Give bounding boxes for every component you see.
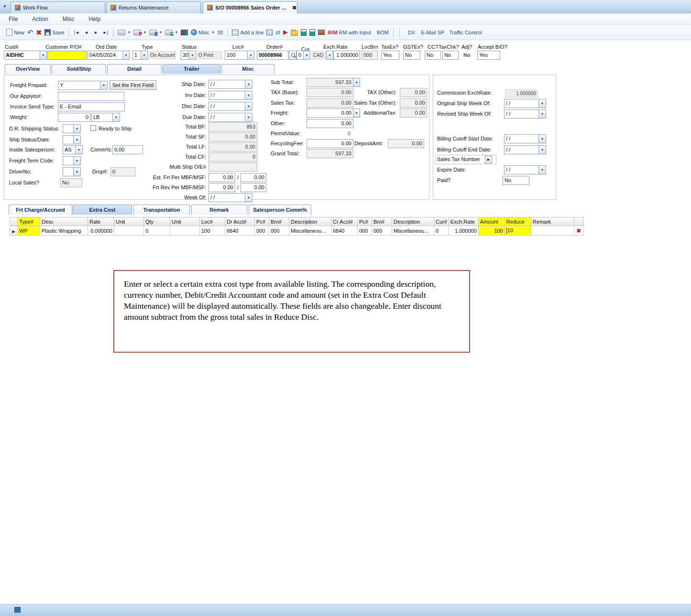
ready-to-ship-checkbox[interactable] xyxy=(90,125,96,131)
chevron-down-icon[interactable] xyxy=(74,167,81,176)
cell-unit2[interactable] xyxy=(170,226,200,236)
tab-salesperson-comm[interactable]: Salesperson Comm% xyxy=(249,205,311,215)
weight-field[interactable]: 0 xyxy=(58,113,90,122)
cell-description2[interactable]: Miscellaneou... xyxy=(392,226,434,236)
chevron-down-icon[interactable] xyxy=(245,113,252,122)
col-cur[interactable]: Cur# xyxy=(434,217,449,226)
ord-date-field[interactable]: 04/05/2024 xyxy=(88,51,123,60)
transfer-button[interactable] xyxy=(274,28,282,37)
driverno-field[interactable] xyxy=(63,167,81,176)
tab-trailer[interactable]: Trailer xyxy=(163,64,220,74)
window-list-dropdown-icon[interactable] xyxy=(3,4,7,9)
chevron-down-icon[interactable] xyxy=(245,80,252,89)
chevron-down-icon[interactable] xyxy=(74,156,81,165)
col-cr-acct[interactable]: Cr Acct# xyxy=(331,217,358,226)
taxchk-field[interactable]: No xyxy=(442,51,459,60)
cell-brn1[interactable]: 000 xyxy=(269,226,289,236)
nav-last-button[interactable]: ►| xyxy=(100,28,110,37)
cc-field[interactable]: No xyxy=(425,51,441,60)
col-exch-rate[interactable]: Exch.Rate xyxy=(449,217,478,226)
col-description2[interactable]: Description xyxy=(392,217,434,226)
exch-rate-field[interactable]: 1.000000 xyxy=(333,51,360,60)
col-pc2[interactable]: Pc# xyxy=(358,217,372,226)
col-loc[interactable]: Loc# xyxy=(200,217,225,226)
tab-misc[interactable]: Misc xyxy=(221,64,274,74)
sales-tax-number-button[interactable]: ▶ xyxy=(485,156,492,163)
rm-with-input-button[interactable]: R/MRM with Input xyxy=(326,29,372,36)
cell-exch-rate[interactable]: 1.000000 xyxy=(449,226,478,236)
chevron-down-icon[interactable] xyxy=(175,31,178,34)
tab-detail[interactable]: Detail xyxy=(107,64,162,74)
chevron-down-icon[interactable] xyxy=(539,109,546,119)
cust-field[interactable]: AIDHIC xyxy=(4,51,40,60)
chevron-down-icon[interactable] xyxy=(245,102,252,111)
set-first-field-button[interactable]: Set the First Field xyxy=(110,80,156,90)
chevron-down-icon[interactable] xyxy=(353,78,360,87)
dx-button[interactable]: DX xyxy=(406,29,417,36)
taxex-field[interactable]: Yes xyxy=(381,51,399,60)
week-of-field[interactable]: / / xyxy=(208,193,252,202)
chevron-down-icon[interactable] xyxy=(326,51,333,60)
col-qty[interactable]: Qty xyxy=(144,217,170,226)
invoice-send-type-field[interactable]: E - Email xyxy=(58,102,125,111)
close-icon[interactable] xyxy=(292,5,296,11)
expire-date-field[interactable]: / / xyxy=(504,165,546,174)
tab-remark[interactable]: Remark xyxy=(191,205,247,215)
inv-date-field[interactable]: / / xyxy=(208,91,252,100)
ship-status-date-field[interactable] xyxy=(63,135,81,144)
window-tab-sales-order[interactable]: S/O 00008966 Sales Order ... xyxy=(203,1,297,13)
original-ship-week-field[interactable]: / / xyxy=(504,99,546,108)
chevron-down-icon[interactable] xyxy=(141,51,148,60)
customer-po-field[interactable] xyxy=(47,51,87,60)
cell-brn2[interactable]: 000 xyxy=(372,226,392,236)
shipping-button[interactable] xyxy=(317,29,326,36)
col-type[interactable]: Type# xyxy=(18,217,40,226)
other-total-field[interactable]: 0.00 xyxy=(307,119,353,128)
cell-amount[interactable]: 100 xyxy=(478,226,505,236)
est-frt-field-2[interactable]: 0.00 xyxy=(241,173,266,182)
chevron-down-icon[interactable] xyxy=(159,31,162,34)
dr-shipping-status-field[interactable] xyxy=(63,124,81,133)
chevron-down-icon[interactable] xyxy=(76,145,83,154)
order-field[interactable]: 00008966 xyxy=(257,51,288,60)
col-pc1[interactable]: Pc# xyxy=(255,217,269,226)
flag-button[interactable] xyxy=(282,29,289,36)
est-frt-field-1[interactable]: 0.00 xyxy=(208,173,235,182)
cell-unit1[interactable] xyxy=(114,226,144,236)
cell-description1[interactable]: Miscellaneou... xyxy=(289,226,331,236)
chevron-down-icon[interactable] xyxy=(40,51,47,60)
frt-rev-field-1[interactable]: 0.00 xyxy=(208,183,235,192)
weight-unit-select[interactable]: LB xyxy=(91,113,120,122)
tab-frt-charge-accrued[interactable]: Frt Charge/Accrued xyxy=(9,205,72,215)
chevron-down-icon[interactable] xyxy=(113,113,120,122)
chevron-down-icon[interactable] xyxy=(74,124,81,133)
disc-date-field[interactable]: / / xyxy=(208,102,252,111)
grid-view-button[interactable] xyxy=(265,29,274,36)
comm-pct-field[interactable]: 0.00 xyxy=(112,145,143,154)
freight-term-code-field[interactable] xyxy=(63,156,81,165)
cell-pc2[interactable]: 000 xyxy=(358,226,372,236)
chevron-down-icon[interactable] xyxy=(74,135,81,144)
cell-cr-acct[interactable]: 6840 xyxy=(331,226,358,236)
chevron-down-icon[interactable] xyxy=(122,51,130,60)
chevron-down-icon[interactable] xyxy=(303,51,310,60)
calculator-button[interactable] xyxy=(299,28,308,37)
paid-field[interactable]: No xyxy=(503,176,529,185)
nav-prev-button[interactable]: ◄ xyxy=(81,28,91,37)
cell-rate[interactable]: 0.000000 xyxy=(88,226,114,236)
chevron-down-icon[interactable] xyxy=(127,31,131,34)
folder-button[interactable] xyxy=(289,28,299,37)
chevron-down-icon[interactable] xyxy=(247,51,254,60)
col-amount[interactable]: Amount xyxy=(478,217,505,226)
add-a-line-button[interactable]: Add a line xyxy=(230,29,265,36)
tab-sold-ship[interactable]: Sold/Ship xyxy=(52,64,106,74)
type-field[interactable]: 1 xyxy=(132,51,141,60)
traffic-control-button[interactable]: Traffic Control xyxy=(448,29,483,36)
search-icon[interactable] xyxy=(289,51,296,60)
chevron-down-icon[interactable] xyxy=(539,134,546,143)
cell-type[interactable]: WP xyxy=(18,226,40,236)
col-brn1[interactable]: Brn# xyxy=(269,217,289,226)
loc-field[interactable]: 100 xyxy=(225,51,248,60)
chevron-down-icon[interactable] xyxy=(245,91,252,100)
cur-field[interactable]: 0 xyxy=(296,51,304,60)
